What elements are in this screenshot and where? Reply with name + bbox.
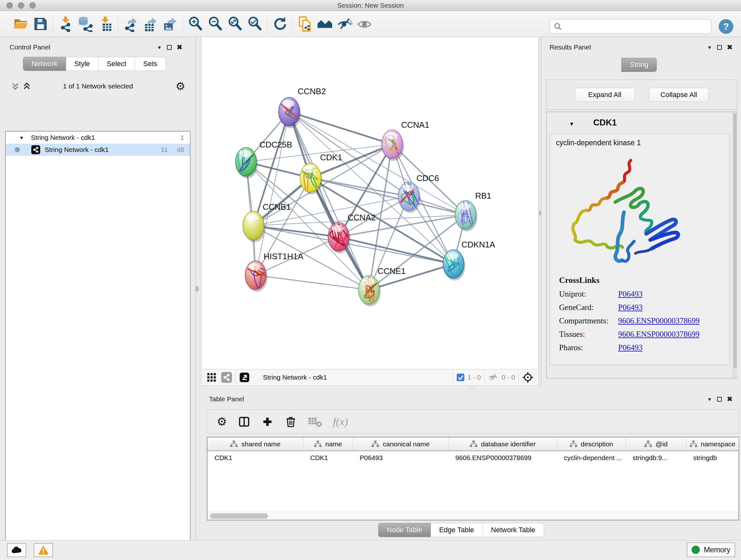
float-panel-icon[interactable]: ▼: [707, 396, 712, 402]
collapse-all-button[interactable]: Collapse All: [649, 88, 709, 102]
table-cell[interactable]: stringdb: [686, 451, 738, 464]
network-canvas[interactable]: CCNB2CCNA1CDC25BCDK1CDC6RB1CCNB1CCNA2CDK…: [201, 37, 539, 369]
table-options-gear-icon[interactable]: ⚙: [217, 415, 227, 428]
new-network-from-selection-icon[interactable]: [295, 14, 315, 34]
crosslink-link[interactable]: P06493: [618, 303, 643, 312]
maximize-panel-icon[interactable]: [717, 45, 722, 50]
create-column-plus-icon[interactable]: [261, 416, 273, 428]
show-columns-icon[interactable]: [238, 415, 251, 428]
column-header-namespace[interactable]: namespace: [686, 437, 738, 451]
table-cell[interactable]: CDK1: [207, 451, 303, 464]
import-table-icon[interactable]: [95, 14, 115, 34]
selected-checkbox-icon[interactable]: [457, 374, 464, 381]
tab-network-table[interactable]: Network Table: [483, 523, 544, 537]
close-panel-icon[interactable]: ✖: [727, 44, 733, 51]
zoom-out-icon[interactable]: [205, 14, 225, 34]
network-node[interactable]: CDC25B: [235, 140, 292, 179]
network-node[interactable]: CDK1: [295, 152, 342, 194]
network-edge[interactable]: [369, 196, 409, 290]
network-node[interactable]: CCNA1: [382, 120, 429, 161]
crosslink-link[interactable]: P06493: [618, 343, 643, 352]
table-cell[interactable]: 9606.ENSP00000378699: [448, 451, 557, 464]
tab-select[interactable]: Select: [98, 57, 135, 71]
zoom-selected-icon[interactable]: [245, 14, 265, 34]
table-cell[interactable]: P06493: [353, 451, 448, 464]
table-cell[interactable]: CDK1: [303, 451, 353, 464]
table-cell[interactable]: stringdb:9...: [625, 451, 686, 464]
open-in-new-window-icon[interactable]: [239, 372, 250, 383]
network-edge[interactable]: [311, 178, 466, 215]
export-image-icon[interactable]: [160, 14, 180, 34]
table-row[interactable]: CDK1CDK1P064939606.ENSP00000378699cyclin…: [207, 451, 738, 464]
column-header-databaseidentifier[interactable]: database identifier: [448, 437, 557, 451]
close-panel-icon[interactable]: ✖: [177, 44, 183, 51]
tab-edge-table[interactable]: Edge Table: [431, 523, 483, 537]
network-node[interactable]: RB1: [455, 191, 491, 232]
search-input[interactable]: [562, 23, 708, 30]
network-edge[interactable]: [289, 112, 369, 290]
network-edge[interactable]: [256, 112, 289, 275]
node-label: CCNB1: [263, 202, 291, 212]
export-table-icon[interactable]: [140, 14, 160, 34]
memory-status-button[interactable]: Memory: [687, 543, 735, 557]
column-header-canonicalname[interactable]: canonical name: [353, 437, 448, 451]
crosslink-row: Compartments:9606.ENSP00000378699: [559, 316, 730, 325]
expand-all-button[interactable]: Expand All: [575, 88, 635, 102]
float-panel-icon[interactable]: ▼: [707, 45, 712, 50]
open-session-icon[interactable]: [11, 14, 30, 34]
network-edge[interactable]: [256, 275, 369, 290]
delete-column-trash-icon[interactable]: [284, 415, 297, 428]
maximize-panel-icon[interactable]: [167, 45, 172, 50]
tab-node-table[interactable]: Node Table: [378, 523, 431, 537]
hide-selected-icon[interactable]: [335, 14, 354, 34]
maximize-panel-icon[interactable]: [717, 397, 722, 401]
tab-network[interactable]: Network: [23, 57, 66, 71]
save-session-icon[interactable]: [30, 14, 51, 34]
zoom-in-icon[interactable]: [185, 14, 205, 34]
help-button[interactable]: ?: [719, 19, 733, 34]
results-panel-tabs: String: [621, 58, 657, 72]
results-scrollbar[interactable]: [733, 112, 737, 378]
application-window: Session: New Session ? Control Panel ▼ ✖…: [0, 0, 741, 560]
birds-eye-view-icon[interactable]: [522, 371, 534, 383]
network-edge[interactable]: [289, 112, 466, 215]
column-header-description[interactable]: description: [557, 437, 625, 451]
gene-detail-card: cyclin-dependent kinase 1 CrossLinks Uni…: [550, 134, 730, 365]
collection-expand-arrow-icon[interactable]: ▼: [19, 135, 24, 140]
first-neighbors-icon[interactable]: [315, 14, 335, 34]
network-edge[interactable]: [253, 226, 339, 237]
zoom-fit-icon[interactable]: [225, 14, 245, 34]
search-field[interactable]: [549, 19, 712, 34]
cloud-icon: [10, 545, 23, 555]
import-network-icon[interactable]: [56, 14, 76, 34]
grid-view-icon[interactable]: [206, 372, 217, 382]
warning-status-button[interactable]: [34, 543, 53, 557]
import-network-database-icon[interactable]: [76, 14, 95, 34]
network-collection-row[interactable]: ▼ String Network - cdk1 1: [6, 132, 190, 144]
column-header-name[interactable]: name: [303, 437, 353, 451]
network-node[interactable]: CCNB2: [277, 86, 326, 128]
crosslink-link[interactable]: P06493: [618, 290, 643, 299]
table-horizontal-scrollbar[interactable]: [207, 512, 738, 520]
crosslink-link[interactable]: 9606.ENSP00000378699: [618, 316, 699, 325]
network-graph[interactable]: CCNB2CCNA1CDC25BCDK1CDC6RB1CCNB1CCNA2CDK…: [201, 37, 539, 369]
column-header-sharedname[interactable]: shared name: [207, 437, 303, 451]
network-row-selected[interactable]: String Network - cdk1 11 48: [6, 144, 190, 156]
network-node[interactable]: CDKN1A: [443, 240, 495, 283]
cloud-status-button[interactable]: [7, 543, 26, 557]
section-collapse-arrow-icon[interactable]: ▼: [569, 121, 575, 127]
left-splitter-handle[interactable]: [195, 287, 199, 292]
table-cell[interactable]: cyclin-dependent ...: [557, 451, 625, 464]
network-options-gear-icon[interactable]: ⚙: [176, 80, 185, 92]
tab-sets[interactable]: Sets: [135, 57, 166, 71]
close-panel-icon[interactable]: ✖: [727, 395, 733, 403]
column-header-id[interactable]: @id: [625, 437, 686, 451]
export-network-icon[interactable]: [121, 14, 140, 34]
show-all-icon[interactable]: [354, 14, 374, 34]
apply-layout-refresh-icon[interactable]: [270, 14, 290, 34]
crosslink-link[interactable]: 9606.ENSP00000378699: [618, 330, 699, 339]
tab-style[interactable]: Style: [66, 57, 98, 71]
float-panel-icon[interactable]: ▼: [157, 45, 162, 50]
tab-string[interactable]: String: [621, 58, 657, 72]
network-edge[interactable]: [289, 112, 392, 144]
